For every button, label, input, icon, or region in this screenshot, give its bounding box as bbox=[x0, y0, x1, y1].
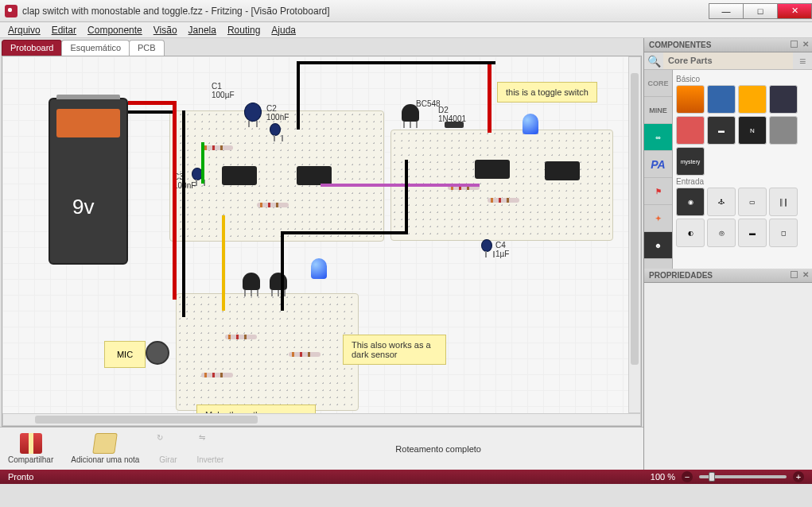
wire-black[interactable] bbox=[281, 231, 408, 234]
resistor[interactable] bbox=[488, 198, 519, 203]
zoom-slider[interactable] bbox=[699, 475, 787, 478]
part-slider[interactable]: ▭ bbox=[738, 188, 767, 216]
properties-panel bbox=[644, 283, 812, 470]
part-electrolytic[interactable] bbox=[769, 85, 798, 114]
sidetab-sparkfun[interactable]: ⚑ bbox=[644, 178, 672, 205]
wire-black[interactable] bbox=[297, 61, 300, 130]
panel-dock-icon[interactable] bbox=[791, 41, 798, 48]
menu-routing[interactable]: Routing bbox=[227, 25, 260, 36]
wire-black[interactable] bbox=[182, 110, 185, 317]
zoom-thumb[interactable] bbox=[709, 472, 715, 482]
part-mystery[interactable]: mystery bbox=[676, 147, 705, 176]
resistor[interactable] bbox=[225, 335, 257, 339]
battery-9v[interactable]: 9v bbox=[49, 98, 128, 265]
menu-visao[interactable]: Visão bbox=[153, 25, 177, 36]
add-note-button[interactable]: Adicionar uma nota bbox=[71, 433, 139, 464]
diode-d2[interactable] bbox=[445, 122, 464, 128]
scroll-thumb[interactable] bbox=[631, 73, 639, 365]
search-icon[interactable]: 🔍 bbox=[644, 52, 663, 69]
horizontal-scrollbar[interactable] bbox=[2, 413, 641, 426]
window-title: clap switch with monostable and toggle.f… bbox=[22, 6, 709, 17]
share-button[interactable]: Compartilhar bbox=[8, 433, 53, 464]
part-led[interactable] bbox=[738, 85, 767, 114]
tab-protoboard[interactable]: Protoboard bbox=[2, 40, 62, 56]
part-capacitor[interactable] bbox=[707, 85, 736, 114]
menu-editar[interactable]: Editar bbox=[52, 25, 76, 36]
close-button[interactable]: ✕ bbox=[777, 3, 812, 19]
label-c4: C4 1µF bbox=[495, 241, 509, 258]
wire-purple[interactable] bbox=[321, 184, 480, 187]
part-inductor[interactable] bbox=[676, 116, 705, 145]
sidetab-snootlab[interactable]: ✦ bbox=[644, 205, 672, 232]
capacitor-c1[interactable] bbox=[244, 103, 262, 122]
resistor[interactable] bbox=[201, 373, 233, 377]
led-blue-1[interactable] bbox=[523, 114, 538, 134]
menu-janela[interactable]: Janela bbox=[188, 25, 216, 36]
propriedades-header-label: PROPRIEDADES bbox=[649, 271, 713, 280]
menu-componente[interactable]: Componente bbox=[87, 25, 142, 36]
wire-black[interactable] bbox=[281, 231, 284, 311]
ic-chip-4[interactable] bbox=[545, 161, 580, 180]
panel-close-icon[interactable]: ✕ bbox=[802, 40, 809, 48]
part-encoder[interactable]: ║║ bbox=[769, 188, 798, 216]
wire-green[interactable] bbox=[201, 142, 204, 184]
parts-menu-icon[interactable]: ≡ bbox=[793, 52, 812, 69]
parts-bin-title[interactable]: Core Parts bbox=[663, 52, 793, 69]
transistor-n2[interactable] bbox=[270, 273, 287, 290]
capacitor-c2[interactable] bbox=[270, 123, 281, 136]
vertical-scrollbar[interactable] bbox=[628, 56, 641, 413]
sidetab-contrib[interactable]: ☻ bbox=[644, 232, 672, 259]
wire-black[interactable] bbox=[128, 110, 176, 114]
transistor-n1[interactable] bbox=[243, 273, 260, 290]
part-diode[interactable]: ▬ bbox=[707, 116, 736, 145]
zoom-out-button[interactable]: − bbox=[682, 471, 693, 482]
sidetab-parallax[interactable]: PA bbox=[644, 151, 672, 178]
flip-label: Inverter bbox=[196, 455, 223, 464]
scroll-thumb[interactable] bbox=[35, 416, 258, 424]
menu-arquivo[interactable]: Arquivo bbox=[8, 25, 41, 36]
part-resistor[interactable] bbox=[676, 85, 705, 114]
note-toggle[interactable]: this is a toggle switch bbox=[497, 82, 597, 103]
tab-esquematico[interactable]: Esquemático bbox=[61, 40, 130, 56]
sidetab-arduino[interactable]: ∞ bbox=[644, 124, 672, 151]
breadboard-canvas[interactable]: 9v C1 100µF C2 100nF C3 100nF C4 1µF BC5… bbox=[2, 56, 642, 427]
breadboard-3[interactable] bbox=[176, 293, 359, 411]
resistor[interactable] bbox=[257, 203, 289, 207]
mic-label[interactable]: MIC bbox=[104, 341, 146, 368]
ic-chip-3[interactable] bbox=[475, 160, 510, 179]
microphone[interactable] bbox=[146, 341, 169, 365]
tab-pcb[interactable]: PCB bbox=[129, 40, 165, 56]
wire-yellow[interactable] bbox=[222, 215, 225, 311]
wire-red[interactable] bbox=[173, 101, 177, 300]
wire-red[interactable] bbox=[488, 61, 491, 133]
wire-black[interactable] bbox=[297, 61, 495, 64]
minimize-button[interactable]: — bbox=[709, 3, 744, 19]
part-transistor[interactable]: N bbox=[738, 116, 767, 145]
window-titlebar: clap switch with monostable and toggle.f… bbox=[0, 0, 812, 22]
note-icon bbox=[93, 433, 118, 454]
wire-black[interactable] bbox=[405, 160, 408, 234]
menu-ajuda[interactable]: Ajuda bbox=[271, 25, 296, 36]
ic-chip-2[interactable] bbox=[297, 166, 332, 185]
capacitor-c4[interactable] bbox=[481, 239, 492, 252]
part-potentiometer[interactable]: ◉ bbox=[676, 188, 705, 216]
resistor[interactable] bbox=[201, 145, 233, 150]
note-dark[interactable]: This also works as a dark sensor bbox=[343, 335, 446, 365]
part-knob[interactable]: ◎ bbox=[707, 219, 736, 247]
part-rotary[interactable]: ◐ bbox=[676, 219, 705, 247]
zoom-in-button[interactable]: + bbox=[793, 471, 804, 482]
panel-dock-icon[interactable] bbox=[791, 271, 798, 278]
sidetab-core[interactable]: CORE bbox=[644, 70, 672, 97]
transistor-bc548[interactable] bbox=[402, 104, 419, 122]
resistor[interactable] bbox=[289, 352, 321, 357]
panel-close-icon[interactable]: ✕ bbox=[802, 270, 809, 279]
maximize-button[interactable]: □ bbox=[743, 3, 778, 19]
part-switch[interactable]: ▬ bbox=[738, 219, 767, 247]
wire-red[interactable] bbox=[128, 101, 176, 105]
part-crystal[interactable] bbox=[769, 116, 798, 145]
led-blue-2[interactable] bbox=[311, 258, 327, 279]
sidetab-mine[interactable]: MINE bbox=[644, 97, 672, 124]
part-joystick[interactable]: 🕹 bbox=[707, 188, 736, 216]
part-button[interactable]: ◻ bbox=[769, 219, 798, 247]
ic-chip-1[interactable] bbox=[222, 166, 257, 185]
